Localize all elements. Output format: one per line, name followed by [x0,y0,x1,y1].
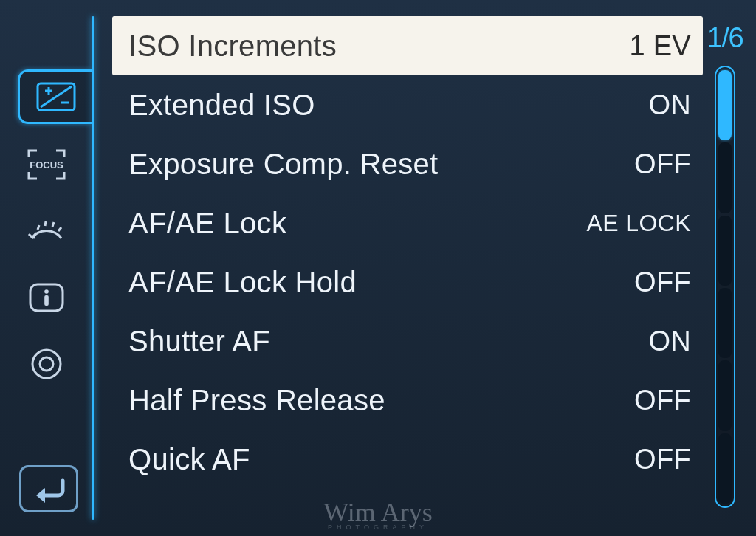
menu-item-value: AE LOCK [586,210,691,237]
menu-item-value: OFF [634,267,691,298]
menu-item-iso-increments[interactable]: ISO Increments 1 EV [112,16,703,75]
menu-item-af-ae-lock-hold[interactable]: AF/AE Lock Hold OFF [112,252,703,312]
scrollbar-seg [718,288,732,358]
menu-item-label: ISO Increments [128,30,337,63]
svg-rect-8 [44,295,49,306]
tab-info[interactable] [15,272,78,323]
scrollbar-seg [718,142,732,213]
menu-item-label: Shutter AF [128,325,270,358]
menu-item-label: AF/AE Lock Hold [128,266,357,299]
menu-item-af-ae-lock[interactable]: AF/AE Lock AE LOCK [112,193,703,252]
page-indicator: 1/6 [703,16,747,520]
svg-point-10 [40,357,53,371]
dial-icon [26,216,67,246]
focus-icon: FOCUS [27,148,66,181]
scrollbar-seg [718,360,732,430]
exposure-comp-icon [36,82,76,111]
back-button[interactable] [19,465,78,512]
svg-point-9 [32,350,61,378]
menu-content: ISO Increments 1 EV Extended ISO ON Expo… [92,16,747,520]
menu-item-value: OFF [634,148,691,180]
svg-text:FOCUS: FOCUS [30,159,63,171]
tab-exposure[interactable] [18,69,92,124]
menu-item-value: 1 EV [629,30,691,62]
divider-line [92,16,94,520]
scrollbar-seg [718,70,732,140]
menu-item-half-press-release[interactable]: Half Press Release OFF [112,371,703,430]
menu-item-value: OFF [634,385,691,416]
back-arrow-icon [30,475,67,503]
menu-item-label: Half Press Release [128,384,385,417]
scrollbar-seg [718,433,732,504]
menu-item-shutter-af[interactable]: Shutter AF ON [112,312,703,371]
tab-dial[interactable] [15,205,78,257]
menu-list: ISO Increments 1 EV Extended ISO ON Expo… [92,16,703,520]
svg-point-7 [44,289,49,294]
scrollbar-seg [718,216,732,286]
tab-lens[interactable] [15,338,78,390]
info-icon [28,282,65,313]
menu-item-value: OFF [634,444,691,475]
camera-menu-screen: FOCUS [0,0,756,536]
page-scrollbar[interactable] [715,66,735,508]
watermark-sub: PHOTOGRAPHY [323,525,433,530]
menu-item-quick-af[interactable]: Quick AF OFF [112,430,703,489]
menu-tab-sidebar: FOCUS [15,16,92,520]
page-label: 1/6 [707,22,743,54]
menu-item-value: ON [648,326,691,357]
menu-item-label: Extended ISO [128,89,315,122]
lens-icon [30,347,63,381]
tab-focus[interactable]: FOCUS [15,139,78,190]
menu-item-extended-iso[interactable]: Extended ISO ON [112,75,703,134]
menu-item-label: AF/AE Lock [128,207,286,240]
menu-item-exposure-comp-reset[interactable]: Exposure Comp. Reset OFF [112,134,703,193]
menu-item-value: ON [648,89,691,121]
menu-item-label: Quick AF [128,443,250,476]
menu-item-label: Exposure Comp. Reset [128,148,439,181]
svg-line-1 [41,86,72,107]
